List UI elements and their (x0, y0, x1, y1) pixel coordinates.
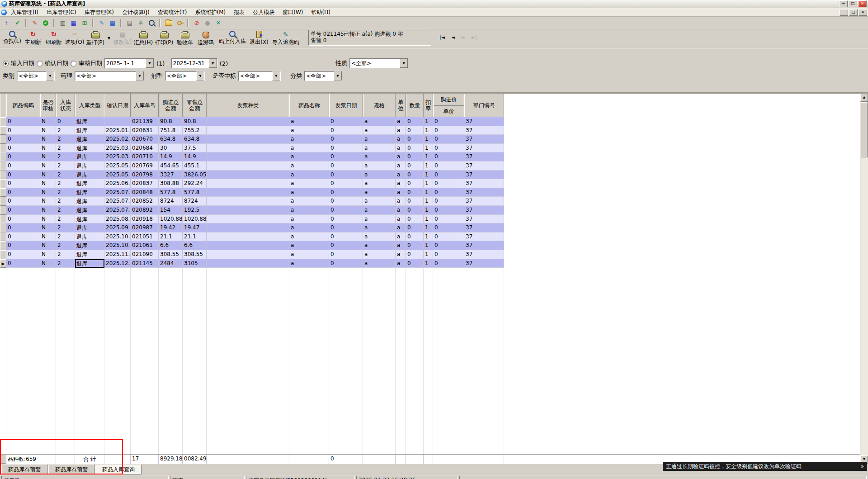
cell[interactable]: a (363, 117, 396, 126)
cell[interactable] (207, 197, 289, 206)
date-to-combo[interactable]: 2025-12-31 ▼ (171, 58, 217, 68)
action-button[interactable]: 汇总(H) (133, 30, 154, 47)
maximize-button[interactable]: □ (849, 0, 857, 7)
column-header[interactable]: 药品编码 (6, 94, 40, 117)
cell[interactable]: a (363, 179, 396, 188)
cell[interactable]: 退库 (75, 188, 104, 197)
cell[interactable]: 2025.12. (104, 259, 131, 268)
cell[interactable]: N (40, 206, 56, 215)
cell[interactable]: 0 (433, 126, 464, 135)
column-header[interactable] (0, 94, 6, 117)
cell[interactable]: 0 (329, 135, 363, 144)
table-view-icon[interactable]: ▦ (108, 19, 118, 28)
cell[interactable]: 0 (6, 161, 40, 171)
cell[interactable] (207, 171, 289, 180)
cell[interactable]: 退库 (75, 250, 104, 259)
menu-item[interactable]: 帮助(H) (307, 8, 334, 17)
cell[interactable]: 37 (464, 232, 504, 242)
table-row[interactable]: 0N2退库2025.01.020631751.8755.2a0aa01037 (0, 126, 868, 135)
cell[interactable]: 0 (433, 259, 464, 268)
cell[interactable]: 2 (56, 144, 75, 153)
cell[interactable]: 0 (329, 206, 363, 215)
cell[interactable]: 0 (433, 117, 464, 126)
cell[interactable]: 2 (56, 179, 75, 188)
menu-item[interactable]: 出库管理(C) (42, 8, 80, 17)
cell[interactable]: 021090 (131, 250, 159, 259)
cell[interactable]: 0 (6, 144, 40, 153)
cell[interactable]: 6.6 (183, 241, 207, 250)
cell[interactable]: 0 (406, 144, 424, 153)
chevron-down-icon[interactable]: ▼ (334, 71, 342, 81)
cell[interactable]: 1 (424, 135, 433, 144)
nav-first-button[interactable]: |◄ (439, 34, 445, 40)
cell[interactable]: 0 (6, 250, 40, 259)
action-button[interactable]: 打印(P) (154, 30, 175, 47)
cell[interactable]: 0 (329, 215, 363, 224)
cell[interactable]: a (396, 152, 406, 161)
cell[interactable]: 37 (464, 197, 504, 206)
minimize-button[interactable]: — (839, 0, 848, 7)
cell[interactable]: a (396, 206, 406, 215)
dim-circle-icon[interactable]: ● (203, 19, 212, 28)
chevron-down-icon[interactable]: ▼ (272, 71, 280, 81)
cell[interactable]: 0 (433, 179, 464, 188)
table-row[interactable]: 0N2退库2025.10.0210616.66.6a0aa01037 (0, 241, 868, 250)
cell[interactable]: 90.8 (159, 117, 183, 126)
cell[interactable]: 37 (464, 179, 504, 188)
cell[interactable]: 292.24 (183, 179, 207, 188)
cell[interactable]: 37 (464, 188, 504, 197)
cell[interactable]: a (289, 171, 329, 180)
cell[interactable]: 308.88 (159, 179, 183, 188)
action-button[interactable]: ↻主刷新 (23, 30, 43, 47)
table-row[interactable]: 0N2退库2025.03.0206843037.5a0aa01037 (0, 144, 868, 153)
cell[interactable]: 退库 (75, 206, 104, 215)
cell[interactable]: 37 (464, 144, 504, 153)
cell[interactable]: 1 (424, 144, 433, 153)
cell[interactable]: 0 (433, 250, 464, 259)
cell[interactable]: 2 (56, 152, 75, 161)
cell[interactable]: a (289, 126, 329, 135)
cell[interactable]: 0 (329, 259, 363, 268)
cell[interactable]: a (396, 223, 406, 232)
cell[interactable]: N (40, 161, 56, 171)
cell[interactable]: 0 (406, 241, 424, 250)
import-folder-icon[interactable] (164, 19, 174, 28)
cell[interactable]: 0 (6, 188, 40, 197)
query-doc-icon[interactable]: ✎ (97, 19, 107, 28)
cell[interactable]: 577.8 (159, 188, 183, 197)
cell[interactable]: a (363, 206, 396, 215)
cell[interactable]: a (289, 232, 329, 242)
cell[interactable] (207, 241, 289, 250)
cell[interactable]: a (363, 232, 396, 242)
table-row[interactable]: 0N0退库02113990.890.8a0aa01037 (0, 117, 868, 126)
cell[interactable]: 37 (464, 161, 504, 171)
cell[interactable]: 退库 (75, 117, 104, 126)
cell[interactable]: 0 (6, 241, 40, 250)
cell[interactable]: 455.1 (183, 161, 207, 171)
column-header[interactable]: 扣 率 (424, 94, 433, 117)
cell[interactable]: 755.2 (183, 126, 207, 135)
column-header[interactable]: 确认日期 (104, 94, 131, 117)
column-header[interactable]: 发票种类 (207, 94, 289, 117)
dropdown-arrow-button[interactable]: ▼ (106, 30, 112, 47)
cell[interactable]: 0 (406, 197, 424, 206)
cell[interactable]: 0 (433, 215, 464, 224)
cell[interactable]: 37 (464, 250, 504, 259)
cell[interactable]: 退库 (75, 197, 104, 206)
column-header[interactable]: 药品名称 (289, 94, 329, 117)
cell[interactable]: a (363, 223, 396, 232)
cell[interactable]: 2025.06. (104, 179, 131, 188)
cell[interactable]: 2 (56, 171, 75, 180)
cell[interactable]: 0 (433, 171, 464, 180)
cell[interactable]: 0 (406, 232, 424, 242)
menu-item[interactable]: 系统维护(M) (191, 8, 230, 17)
cell[interactable]: 37 (464, 135, 504, 144)
cell[interactable]: 454.65 (159, 161, 183, 171)
cell[interactable]: N (40, 197, 56, 206)
cell[interactable]: 0 (433, 144, 464, 153)
cell[interactable]: 0 (6, 126, 40, 135)
column-header[interactable]: 入库单号 (131, 94, 159, 117)
cell[interactable]: a (289, 117, 329, 126)
cell[interactable]: 020631 (131, 126, 159, 135)
cell[interactable]: 30 (159, 144, 183, 153)
